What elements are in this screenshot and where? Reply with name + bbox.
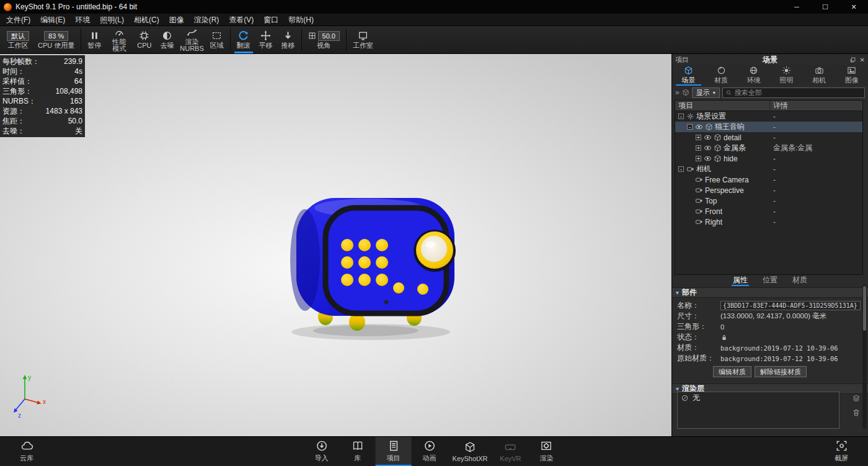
float-panel-icon[interactable] bbox=[849, 56, 856, 63]
speaker-model[interactable] bbox=[267, 184, 477, 346]
menu-help[interactable]: 帮助(H) bbox=[283, 14, 319, 26]
close-panel-icon[interactable]: ✕ bbox=[860, 56, 865, 63]
tab-image[interactable]: 图像 bbox=[835, 65, 868, 86]
tree-row-hide[interactable]: + hide - bbox=[675, 153, 862, 164]
camera-icon bbox=[695, 207, 703, 215]
eye-icon[interactable] bbox=[695, 123, 703, 131]
render-layers-list[interactable]: 无 bbox=[677, 392, 839, 429]
panel-scrollbar[interactable] bbox=[862, 285, 867, 429]
pause-button[interactable]: 暂停 bbox=[83, 26, 105, 53]
cloud-library-button[interactable]: 云库 bbox=[9, 437, 45, 466]
expander-icon[interactable]: + bbox=[696, 145, 701, 151]
dolly-button[interactable]: 推移 bbox=[277, 26, 299, 53]
expander-icon[interactable]: + bbox=[696, 156, 701, 161]
menu-camera[interactable]: 相机(C) bbox=[129, 14, 164, 26]
pause-icon bbox=[89, 30, 100, 41]
tab-environment[interactable]: 环境 bbox=[737, 65, 770, 86]
workspace-value[interactable]: 默认 bbox=[7, 31, 29, 41]
axis-z-label: z bbox=[18, 412, 21, 419]
edit-material-button[interactable]: 编辑材质 bbox=[713, 366, 751, 377]
workspace-label: 工作区 bbox=[8, 42, 29, 49]
tumble-button[interactable]: 翻滚 bbox=[232, 26, 255, 53]
expander-spacer bbox=[687, 187, 693, 193]
cpu-usage-control[interactable]: 83 % CPU 使用量 bbox=[33, 26, 79, 53]
part-section-header[interactable]: ▾ 部件 bbox=[672, 287, 868, 298]
tab-lighting[interactable]: 照明 bbox=[770, 65, 803, 86]
menu-image[interactable]: 图像 bbox=[164, 14, 189, 26]
tab-material[interactable]: 材质 bbox=[705, 65, 738, 86]
project-button[interactable]: 项目 bbox=[376, 437, 412, 466]
region-icon bbox=[211, 30, 222, 41]
tree-row-cameras[interactable]: - 相机 - bbox=[675, 164, 862, 174]
expander-icon[interactable]: - bbox=[687, 124, 693, 130]
denoise-button[interactable]: 去噪 bbox=[156, 26, 179, 53]
tab-scene[interactable]: 场景 bbox=[672, 65, 705, 86]
eye-icon[interactable] bbox=[704, 155, 712, 163]
tab-position[interactable]: 位置 bbox=[761, 275, 779, 285]
unlink-material-button[interactable]: 解除链接材质 bbox=[755, 366, 807, 377]
menu-environment[interactable]: 环境 bbox=[70, 14, 95, 26]
fov-control[interactable]: 50.0 视角 bbox=[304, 26, 344, 53]
screenshot-button[interactable]: 截屏 bbox=[823, 437, 859, 466]
minimize-button[interactable]: ─ bbox=[782, 0, 811, 14]
menu-lighting[interactable]: 照明(L) bbox=[95, 14, 129, 26]
search-input[interactable]: 搜索全部 bbox=[722, 87, 865, 98]
tree-row-perspective[interactable]: Perspective - bbox=[675, 185, 862, 195]
eye-icon[interactable] bbox=[704, 133, 712, 141]
scrollbar-thumb[interactable] bbox=[863, 286, 866, 331]
tree-row-scene-settings[interactable]: - 场景设置 - bbox=[675, 111, 862, 122]
keyshotxr-button[interactable]: KeyShotXR bbox=[448, 437, 493, 466]
tree-row-metal-strip[interactable]: + 金属条 金属条:金属 bbox=[675, 143, 862, 153]
tree-row-front[interactable]: Front - bbox=[675, 206, 862, 217]
tree-row-speaker-group[interactable]: - 猫王音响 - bbox=[675, 122, 862, 132]
screenshot-icon bbox=[836, 440, 848, 452]
cpu-button[interactable]: CPU bbox=[133, 26, 156, 53]
tree-column-item[interactable]: 项目 bbox=[675, 101, 770, 111]
menu-edit[interactable]: 编辑(E) bbox=[35, 14, 70, 26]
collapse-all-icon[interactable]: » bbox=[675, 88, 680, 97]
stat-resolution: 资源：1483 x 843 bbox=[0, 106, 85, 116]
cpu-usage-value[interactable]: 83 % bbox=[44, 31, 68, 41]
pan-button[interactable]: 平移 bbox=[255, 26, 277, 53]
menu-file[interactable]: 文件(F) bbox=[1, 14, 35, 26]
animation-button[interactable]: 动画 bbox=[412, 437, 448, 466]
expander-icon[interactable]: + bbox=[696, 135, 701, 140]
fov-value[interactable]: 50.0 bbox=[318, 31, 340, 41]
eye-icon[interactable] bbox=[704, 144, 712, 152]
import-button[interactable]: 导入 bbox=[304, 437, 340, 466]
add-layer-icon[interactable] bbox=[852, 394, 861, 403]
camera-icon bbox=[686, 165, 694, 173]
tree-row-detail[interactable]: + detail - bbox=[675, 132, 862, 143]
keyshotxr-icon bbox=[464, 441, 476, 453]
performance-mode-button[interactable]: 性能模式 bbox=[105, 26, 133, 53]
tab-material-sub[interactable]: 材质 bbox=[791, 275, 808, 285]
workspace-selector[interactable]: 默认 工作区 bbox=[2, 26, 33, 53]
maximize-button[interactable]: ☐ bbox=[811, 0, 839, 14]
menu-window[interactable]: 窗口 bbox=[259, 14, 283, 26]
group-filter-icon[interactable] bbox=[682, 89, 689, 96]
lock-icon[interactable] bbox=[720, 334, 728, 341]
render-layer-none[interactable]: 无 bbox=[678, 392, 839, 403]
library-button[interactable]: 库 bbox=[340, 437, 376, 466]
name-input[interactable]: {3BDD17-83E7-444D-ADF5-31D259D5131A} bbox=[720, 301, 861, 310]
part-icon bbox=[714, 155, 722, 163]
tree-row-top[interactable]: Top - bbox=[675, 195, 862, 206]
studio-button[interactable]: 工作室 bbox=[348, 26, 378, 53]
show-dropdown[interactable]: 显示 ▾ bbox=[692, 87, 720, 98]
render-button[interactable]: 渲染 bbox=[528, 437, 564, 466]
menu-render[interactable]: 渲染(R) bbox=[189, 14, 224, 26]
delete-layer-icon[interactable] bbox=[852, 408, 861, 417]
render-nurbs-button[interactable]: 渲染NURBS bbox=[179, 26, 206, 53]
close-button[interactable]: ✕ bbox=[839, 0, 868, 14]
tab-properties[interactable]: 属性 bbox=[732, 275, 749, 285]
tree-row-right[interactable]: Right - bbox=[675, 217, 862, 227]
project-panel-header[interactable]: 项目 场景 ✕ bbox=[672, 54, 868, 65]
tree-row-free-camera[interactable]: Free Camera - bbox=[675, 174, 862, 185]
3d-viewport[interactable]: 每秒帧数：239.9 时间：4s 采样值：64 三角形：108,498 NURB… bbox=[0, 54, 671, 436]
tab-camera[interactable]: 相机 bbox=[803, 65, 836, 86]
region-button[interactable]: 区域 bbox=[206, 26, 228, 53]
expander-icon[interactable]: - bbox=[678, 166, 684, 172]
expander-icon[interactable]: - bbox=[678, 114, 684, 119]
menu-view[interactable]: 查看(V) bbox=[224, 14, 259, 26]
tree-column-detail[interactable]: 详情 bbox=[770, 101, 788, 111]
